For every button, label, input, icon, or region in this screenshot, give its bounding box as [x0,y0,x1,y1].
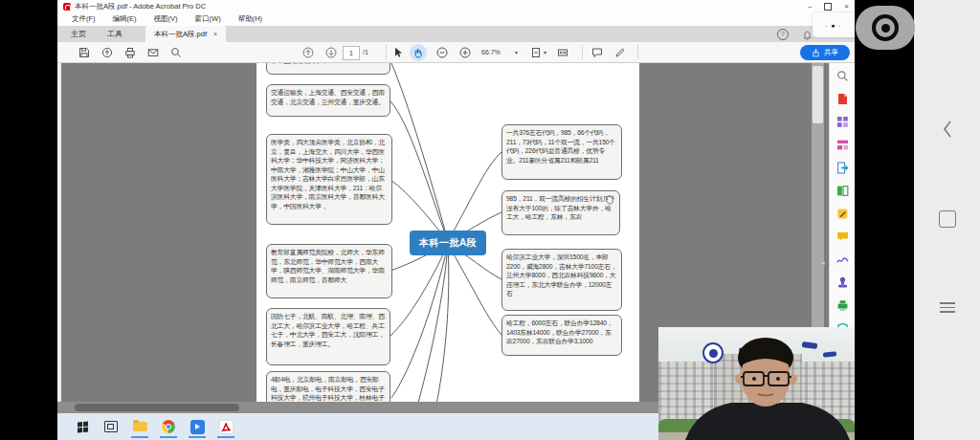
record-button-icon[interactable] [872,14,899,41]
minimize-button[interactable]: – [808,3,812,11]
pencil-icon[interactable] [614,47,626,58]
search-icon[interactable] [170,47,182,58]
node-text: 哈工程，6000左右，联合办学12840，1403东林14000，联合办学270… [506,319,612,344]
title-bar: 本科一批A段.pdf - Adobe Acrobat Pro DC [57,0,855,12]
next-page-icon[interactable] [325,47,337,58]
search-tool-icon[interactable] [836,69,849,81]
node-text: 一共376左右代码，985，66个代码，211，73代码，11个双一流，一共15… [506,129,615,164]
task-view-button[interactable] [101,415,121,438]
export-pdf-icon[interactable] [836,161,849,173]
back-chevron-icon[interactable] [914,120,980,139]
mindmap-node-heu-rankings[interactable]: 哈工程，6000左右，联合办学12840，1403东林14000，联合办学270… [501,315,622,356]
presenter-person [658,327,855,440]
stamp-tool-icon[interactable] [836,275,849,288]
node-text: 国防七子，北航、南航、北理、南理、西北工大，哈尔滨工业大学，哈工程、兵工七子，中… [271,313,385,347]
hand-tool-active[interactable] [410,44,427,61]
zoom-out-icon[interactable] [436,47,448,58]
floating-dots-overlay[interactable]: ∙ ● ∙ [813,12,855,37]
mindmap-node-hit-rankings[interactable]: 哈尔滨工业大学，深圳1500名，本部2200，威海2800，吉林大学7100左右… [501,249,622,311]
mindmap-node-transportation[interactable]: 交通运输类，上海交通、西安交通，西南交通，北京交通，兰州交通，重庆交通。 [266,84,390,117]
fit-width-icon[interactable] [557,47,568,58]
previous-page-icon[interactable] [302,47,314,58]
share-button[interactable]: 共享 [800,45,850,60]
screen-record-pill[interactable] [856,6,915,50]
node-text: 教育部直属师范类院校，北师大，华东师范，东北师范，华中师范大学，西南大学，陕西师… [271,249,385,283]
print-icon[interactable] [124,47,136,58]
menu-help[interactable]: 帮助(H) [230,14,271,24]
hand-cursor-icon [604,191,614,209]
menu-file[interactable]: 文件(F) [63,14,104,24]
fit-dropdown-caret-icon[interactable]: ▾ [544,49,546,55]
mindmap-node-medical[interactable]: 医学类，四大顶尖医学类，北京协和，北京，复旦，上海交大，四川大学，华西医科大学；… [266,134,392,225]
left-panel-edge [57,63,61,413]
organize-pages-icon[interactable] [836,138,849,150]
tab-close-icon[interactable]: × [213,31,217,37]
mindmap-center-node[interactable]: 本科一批A段 [410,231,486,255]
webcam-overlay [658,327,855,440]
window-title: 本科一批A段.pdf - Adobe Acrobat Pro DC [75,2,206,11]
toolbar-separator [582,45,583,59]
file-explorer-button[interactable] [130,415,149,438]
side-rail [914,0,980,440]
pdf-page: 学，上海财经大学； 交通运输类，上海交通、西安交通，西南交通，北京交通，兰州交通… [256,63,639,413]
save-icon[interactable] [78,47,90,58]
combine-files-icon[interactable] [836,115,849,127]
active-app-indicator [217,436,234,438]
task-view-icon [104,421,118,432]
fill-sign-icon[interactable] [836,253,849,265]
mindmap-node-codes[interactable]: 一共376左右代码，985，66个代码，211，73代码，11个双一流，一共15… [501,124,622,180]
compare-files-icon[interactable] [836,184,849,196]
page-total-label: /1 [363,49,368,55]
chrome-button[interactable] [159,415,178,438]
acrobat-taskbar-icon [219,420,234,434]
active-app-indicator [189,436,206,438]
video-app-icon [190,420,205,434]
chrome-icon [162,420,175,433]
print-production-icon[interactable] [836,298,849,311]
maximize-button[interactable] [824,3,832,11]
edit-pdf-icon[interactable] [836,207,849,219]
upload-cloud-icon[interactable] [101,47,113,58]
node-text: 哈尔滨工业大学，深圳1500名，本部2200，威海2800，吉林大学7100左右… [506,253,617,297]
fit-page-icon[interactable] [530,47,542,58]
close-button[interactable]: × [844,3,849,11]
mindmap-node-enrollment-plan[interactable]: 985，211，双一流高校的招生计划几乎没有大于100的，除了吉林大学外，哈工大… [501,190,620,235]
video-app-button[interactable] [188,415,207,438]
zoom-in-icon[interactable] [459,47,471,58]
tab-tools[interactable]: 工具 [101,26,128,42]
folder-icon [133,422,147,431]
menu-edit[interactable]: 编辑(E) [104,14,145,24]
start-button[interactable] [73,415,92,438]
tab-bar: 主页 工具 本科一批A段.pdf × ? [57,26,855,42]
email-icon[interactable] [147,47,159,58]
windows-logo-icon [78,421,88,432]
home-square-icon[interactable] [914,210,980,228]
node-text: 985，211，双一流高校的招生计划几乎没有大于100的，除了吉林大学外，哈工大… [506,195,614,220]
menu-bar: 文件(F) 编辑(E) 视图(V) 窗口(W) 帮助(H) [57,12,855,26]
comment-tool-icon[interactable] [836,230,849,242]
menu-window[interactable]: 窗口(W) [187,14,230,24]
mindmap-node-truncated-top[interactable]: 学，上海财经大学； [266,63,390,75]
menu-lines-icon[interactable] [914,302,980,313]
active-app-indicator [160,436,177,438]
tab-document[interactable]: 本科一批A段.pdf × [145,26,226,42]
panel-collapse-arrow-icon[interactable]: ◂ [821,259,825,267]
acrobat-taskbar-button[interactable] [216,415,235,438]
active-app-indicator [131,436,148,438]
share-button-label: 共享 [824,48,838,57]
menu-view[interactable]: 视图(V) [145,14,187,24]
zoom-dropdown-caret-icon[interactable]: ▾ [515,49,518,55]
mindmap-node-defense[interactable]: 国防七子，北航、南航、北理、南理、西北工大，哈尔滨工业大学，哈工程、兵工七子，中… [266,308,390,365]
mindmap-node-normal-universities[interactable]: 教育部直属师范类院校，北师大，华东师范，东北师范，华中师范大学，西南大学，陕西师… [266,244,392,298]
create-pdf-icon[interactable] [836,92,849,104]
horizontal-scrollbar-thumb[interactable] [75,404,239,411]
select-tool-icon[interactable] [392,47,404,58]
acrobat-app-icon [63,3,71,11]
help-icon[interactable]: ? [777,29,789,40]
comment-icon[interactable] [591,47,603,58]
zoom-level-value[interactable]: 66.7% [481,49,501,55]
vertical-scrollbar-thumb[interactable] [813,66,823,123]
page-number-input[interactable]: 1 [343,46,360,60]
tab-home[interactable]: 主页 [65,26,92,42]
toolbar: 1 /1 66.7% ▾ ▾ [57,42,855,63]
